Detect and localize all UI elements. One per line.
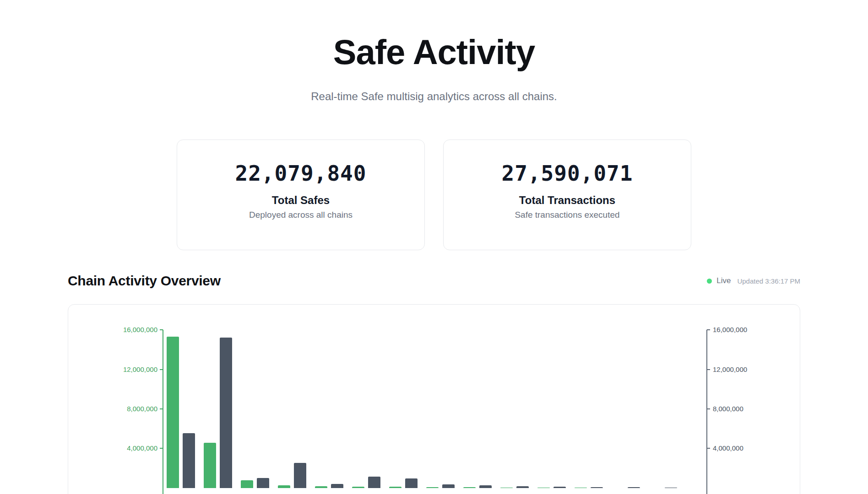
bar-safes[interactable]: [241, 480, 253, 488]
left-axis-tick-label: 16,000,000: [87, 326, 157, 334]
bar-transactions[interactable]: [591, 487, 603, 488]
page: Safe Activity Real-time Safe multisig an…: [68, 32, 800, 494]
left-axis-tick-label: 4,000,000: [87, 444, 157, 452]
stat-description: Safe transactions executed: [444, 210, 691, 220]
bar-safes[interactable]: [575, 488, 587, 488]
stat-value: 27,590,071: [444, 161, 691, 186]
updated-timestamp: Updated 3:36:17 PM: [737, 277, 800, 285]
left-axis-tick-label: 8,000,000: [87, 405, 157, 413]
bar-transactions[interactable]: [479, 485, 492, 488]
bar-transactions[interactable]: [665, 488, 677, 488]
bar-safes[interactable]: [315, 486, 327, 488]
right-axis-tick-label: 4,000,000: [713, 444, 784, 452]
live-indicator: Live Updated 3:36:17 PM: [707, 276, 800, 285]
bar-safes[interactable]: [389, 487, 401, 488]
right-axis-tick-label: 16,000,000: [713, 326, 784, 334]
bar-transactions[interactable]: [183, 433, 195, 488]
bar-transactions[interactable]: [220, 338, 232, 488]
bar-safes[interactable]: [463, 487, 476, 488]
bar-safes[interactable]: [500, 488, 513, 488]
left-axis-tick-mark: [160, 329, 163, 330]
bar-transactions[interactable]: [331, 484, 343, 488]
chain-activity-chart-card: 16,000,00016,000,00012,000,00012,000,000…: [68, 304, 800, 494]
section-title: Chain Activity Overview: [68, 273, 221, 289]
right-axis-tick-mark: [707, 448, 710, 449]
stat-description: Deployed across all chains: [177, 210, 424, 220]
left-axis-tick-mark: [160, 369, 163, 370]
bar-safes[interactable]: [278, 485, 290, 488]
bar-safes[interactable]: [352, 487, 364, 488]
page-subtitle: Real-time Safe multisig analytics across…: [68, 90, 800, 103]
right-axis-tick-label: 8,000,000: [713, 405, 784, 413]
bar-transactions[interactable]: [553, 487, 566, 488]
live-label: Live: [716, 276, 731, 285]
bar-safes[interactable]: [204, 443, 216, 488]
chart-plot[interactable]: 16,000,00016,000,00012,000,00012,000,000…: [68, 305, 800, 494]
bar-safes[interactable]: [426, 487, 439, 488]
bar-safes[interactable]: [167, 337, 179, 488]
stat-card-total-safes: 22,079,840 Total Safes Deployed across a…: [177, 140, 425, 250]
bar-transactions[interactable]: [628, 487, 640, 488]
stat-value: 22,079,840: [177, 161, 424, 186]
bar-transactions[interactable]: [442, 484, 455, 488]
right-axis-tick-mark: [707, 329, 710, 330]
bar-transactions[interactable]: [294, 463, 306, 488]
live-dot-icon: [707, 279, 712, 284]
right-axis-tick-label: 12,000,000: [713, 365, 784, 374]
page-title: Safe Activity: [68, 32, 800, 72]
left-axis-tick-mark: [160, 408, 163, 409]
bar-transactions[interactable]: [405, 478, 418, 488]
bar-safes[interactable]: [537, 488, 550, 488]
bar-transactions[interactable]: [516, 486, 529, 488]
stat-card-total-transactions: 27,590,071 Total Transactions Safe trans…: [443, 140, 691, 250]
section-header: Chain Activity Overview Live Updated 3:3…: [68, 273, 800, 289]
bar-transactions[interactable]: [368, 477, 380, 488]
stat-label: Total Transactions: [444, 194, 691, 207]
bar-transactions[interactable]: [257, 478, 269, 488]
right-axis-tick-mark: [707, 408, 710, 409]
left-axis-tick-label: 12,000,000: [87, 365, 157, 374]
stat-label: Total Safes: [177, 194, 424, 207]
left-axis-tick-mark: [160, 448, 163, 449]
stats-row: 22,079,840 Total Safes Deployed across a…: [68, 140, 800, 250]
right-axis-tick-mark: [707, 369, 710, 370]
